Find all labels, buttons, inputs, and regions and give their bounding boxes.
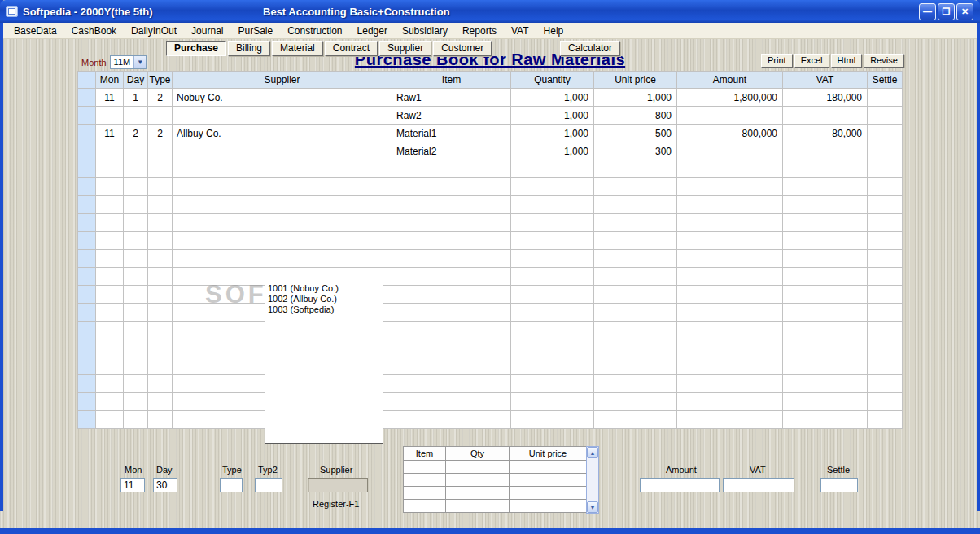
- menu-dailyinout[interactable]: DailyInOut: [124, 24, 184, 38]
- cell-vat[interactable]: [783, 268, 868, 286]
- settle-field[interactable]: [820, 478, 858, 492]
- cell-day[interactable]: [124, 232, 148, 250]
- table-row[interactable]: Raw2 1,000 800: [78, 107, 903, 125]
- cell-amount[interactable]: 1,800,000: [677, 89, 783, 107]
- row-selector[interactable]: [78, 286, 96, 304]
- cell-day[interactable]: [124, 214, 148, 232]
- cell-type[interactable]: 2: [148, 89, 173, 107]
- minimize-icon[interactable]: —: [919, 3, 936, 20]
- cell-vat[interactable]: [783, 142, 868, 160]
- vat-field[interactable]: [723, 478, 794, 492]
- cell-type[interactable]: [148, 178, 173, 196]
- row-selector[interactable]: [78, 268, 96, 286]
- cell-settle[interactable]: [868, 322, 903, 339]
- cell-type[interactable]: [148, 339, 173, 357]
- cell-type[interactable]: [148, 322, 173, 339]
- cell-type[interactable]: [148, 357, 173, 375]
- restore-icon[interactable]: ❐: [938, 3, 955, 20]
- cell-quantity[interactable]: [511, 357, 594, 375]
- cell-vat[interactable]: [783, 322, 868, 339]
- list-item[interactable]: 1002 (Allbuy Co.): [265, 294, 383, 304]
- cell-item[interactable]: [392, 160, 511, 178]
- cell-amount[interactable]: [677, 178, 783, 196]
- row-selector[interactable]: [78, 357, 96, 375]
- item-grid-scrollbar[interactable]: ▲ ▼: [586, 446, 599, 514]
- cell-day[interactable]: [124, 304, 148, 322]
- cell-settle[interactable]: [868, 142, 903, 160]
- cell-vat[interactable]: [783, 160, 868, 178]
- cell-day[interactable]: [124, 160, 148, 178]
- cell-settle[interactable]: [868, 160, 903, 178]
- cell-mon[interactable]: [96, 178, 124, 196]
- cell-unit-price[interactable]: [594, 393, 677, 411]
- cell-mon[interactable]: [96, 107, 124, 125]
- cell-type[interactable]: 2: [148, 125, 173, 142]
- cell-supplier[interactable]: [173, 142, 392, 160]
- cell-item[interactable]: [392, 178, 511, 196]
- cell-mon[interactable]: [96, 142, 124, 160]
- cell-day[interactable]: [124, 250, 148, 268]
- cell-amount[interactable]: [677, 393, 783, 411]
- cell-vat[interactable]: [783, 411, 868, 429]
- menu-basedata[interactable]: BaseData: [7, 24, 64, 38]
- row-selector[interactable]: [78, 411, 96, 429]
- menu-help[interactable]: Help: [536, 24, 571, 38]
- cell-settle[interactable]: [868, 339, 903, 357]
- cell-day[interactable]: [124, 286, 148, 304]
- cell-amount[interactable]: [677, 196, 783, 214]
- cell-supplier[interactable]: [173, 250, 392, 268]
- cell-quantity[interactable]: [511, 339, 594, 357]
- cell-quantity[interactable]: 1,000: [511, 125, 594, 142]
- cell-item[interactable]: [392, 393, 511, 411]
- cell-settle[interactable]: [868, 125, 903, 142]
- cell-item[interactable]: Material1: [392, 125, 511, 142]
- table-row[interactable]: [78, 232, 903, 250]
- cell-amount[interactable]: [677, 375, 783, 393]
- cell-mon[interactable]: [96, 304, 124, 322]
- cell-day[interactable]: [124, 107, 148, 125]
- cell-day[interactable]: [124, 322, 148, 339]
- cell-mon[interactable]: [96, 322, 124, 339]
- cell-item[interactable]: [392, 339, 511, 357]
- cell-unit-price[interactable]: [594, 322, 677, 339]
- cell-type[interactable]: [148, 142, 173, 160]
- cell-amount[interactable]: [677, 250, 783, 268]
- excel-button[interactable]: Excel: [794, 54, 829, 68]
- cell-item[interactable]: [392, 250, 511, 268]
- cell-item[interactable]: [392, 322, 511, 339]
- cell-type[interactable]: [148, 411, 173, 429]
- cell-vat[interactable]: [783, 357, 868, 375]
- row-selector[interactable]: [78, 160, 96, 178]
- row-selector[interactable]: [78, 89, 96, 107]
- table-row[interactable]: [78, 286, 903, 304]
- cell-day[interactable]: [124, 268, 148, 286]
- cell-settle[interactable]: [868, 196, 903, 214]
- cell-supplier[interactable]: [173, 196, 392, 214]
- cell-unit-price[interactable]: 300: [594, 142, 677, 160]
- cell-item[interactable]: [392, 286, 511, 304]
- cell-unit-price[interactable]: [594, 357, 677, 375]
- cell-settle[interactable]: [868, 304, 903, 322]
- cell-day[interactable]: [124, 196, 148, 214]
- table-row[interactable]: [78, 160, 903, 178]
- cell-day[interactable]: [124, 375, 148, 393]
- cell-vat[interactable]: [783, 107, 868, 125]
- cell-item[interactable]: [392, 304, 511, 322]
- tab-purchase[interactable]: Purchase: [166, 41, 226, 56]
- cell-type[interactable]: [148, 304, 173, 322]
- cell-vat[interactable]: [783, 232, 868, 250]
- cell-type[interactable]: [148, 160, 173, 178]
- cell-amount[interactable]: [677, 214, 783, 232]
- table-row[interactable]: [78, 375, 903, 393]
- cell-type[interactable]: [148, 196, 173, 214]
- menu-journal[interactable]: Journal: [184, 24, 230, 38]
- cell-type[interactable]: [148, 268, 173, 286]
- cell-type[interactable]: [148, 250, 173, 268]
- cell-item[interactable]: [392, 232, 511, 250]
- cell-mon[interactable]: 11: [96, 125, 124, 142]
- cell-unit-price[interactable]: 500: [594, 125, 677, 142]
- cell-type[interactable]: [148, 214, 173, 232]
- cell-unit-price[interactable]: [594, 339, 677, 357]
- cell-quantity[interactable]: [511, 268, 594, 286]
- table-row[interactable]: [78, 178, 903, 196]
